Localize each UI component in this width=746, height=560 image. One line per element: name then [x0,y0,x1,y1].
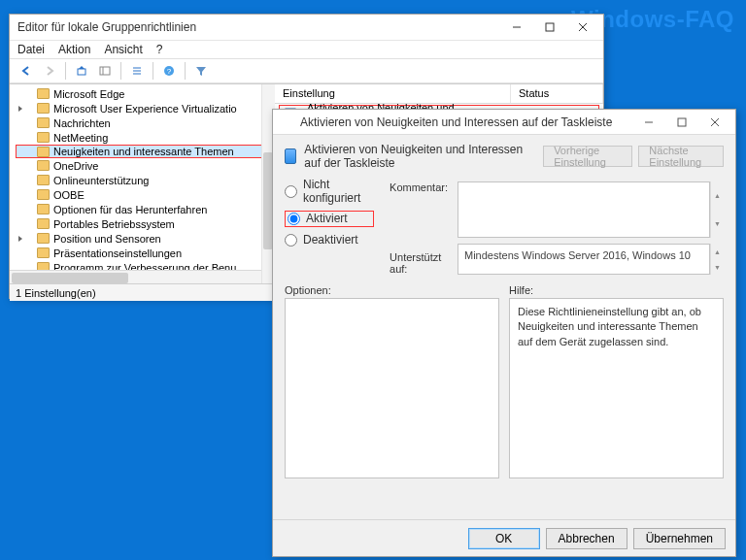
list-button[interactable] [126,61,148,81]
tree-item[interactable]: Präsentationseinstellungen [16,246,273,260]
tree-item[interactable]: Nachrichten [16,115,273,130]
supported-textbox: Mindestens Windows Server 2016, Windows … [458,244,710,275]
dialog-title: Aktivieren von Neuigkeiten und Interesse… [300,115,612,129]
radio-not-configured[interactable]: Nicht konfiguriert [285,178,374,205]
policy-dialog: Aktivieren von Neuigkeiten und Interesse… [272,109,736,557]
menu-help[interactable]: ? [156,43,163,56]
tree-item-label: Präsentationseinstellungen [53,247,182,259]
tree-item[interactable]: OneDrive [16,158,273,173]
radio-off-label: Deaktiviert [303,233,358,247]
toolbar-sep [65,62,66,80]
menu-view[interactable]: Ansicht [104,43,142,56]
filter-button[interactable] [190,61,212,81]
dialog-footer: OK Abbrechen Übernehmen [273,519,735,556]
next-setting-button[interactable]: Nächste Einstellung [638,146,724,167]
tree-item-label: Optionen für das Herunterfahren [53,204,207,215]
col-setting[interactable]: Einstellung [275,84,511,103]
maximize-button[interactable] [533,16,566,38]
prev-setting-button[interactable]: Vorherige Einstellung [543,146,632,167]
folder-icon [37,175,50,185]
state-radios: Nicht konfiguriert Aktiviert Deaktiviert [285,178,374,247]
col-status[interactable]: Status [511,84,603,103]
forward-button[interactable] [39,61,60,81]
folder-icon [37,117,50,128]
comment-textbox[interactable] [458,181,710,238]
menubar: Datei Aktion Ansicht ? [10,40,603,58]
minimize-button[interactable] [500,16,533,38]
heading-icon [285,148,296,164]
folder-icon [37,233,50,244]
supported-label: Unterstützt auf: [390,251,448,275]
folder-icon [37,160,50,171]
tree-item[interactable]: Programm zur Verbesserung der Benu [16,260,273,270]
close-button[interactable] [566,16,599,38]
dlg-maximize-button[interactable] [665,112,698,133]
tree-item-label: OneDrive [53,160,98,172]
folder-icon [37,189,50,200]
dialog-icon [281,115,294,129]
svg-rect-1 [546,23,554,31]
svg-rect-19 [678,118,686,126]
svg-rect-6 [100,67,110,75]
toolbar: ? [10,58,603,83]
dialog-heading: Aktivieren von Neuigkeiten und Interesse… [304,143,535,170]
tree-item[interactable]: NetMeeting [16,130,273,145]
folder-icon [37,247,50,258]
window-title: Editor für lokale Gruppenrichtlinien [17,20,196,34]
tree-item-label: OOBE [53,189,85,201]
tree-item-label: Onlineunterstützung [53,175,149,186]
toolbar-sep [153,62,153,80]
menu-file[interactable]: Datei [17,43,45,56]
dlg-close-button[interactable] [698,112,731,133]
svg-marker-13 [196,67,206,76]
tree-item[interactable]: Optionen für das Herunterfahren [16,202,273,216]
tree-item[interactable]: Portables Betriebssystem [16,216,273,231]
tree-h-scrollbar[interactable] [10,270,275,283]
apply-button[interactable]: Übernehmen [633,528,726,549]
toolbar-sep [185,62,186,80]
help-box[interactable]: Diese Richtlinieneinstellung gibt an, ob… [509,298,724,478]
list-header: Einstellung Status [275,84,603,104]
radio-not-label: Nicht konfiguriert [303,178,374,205]
show-hide-tree-button[interactable] [94,61,116,81]
tree-item[interactable]: OOBE [16,187,273,202]
dialog-titlebar[interactable]: Aktivieren von Neuigkeiten und Interesse… [273,110,735,135]
folder-icon [37,218,50,229]
ok-button[interactable]: OK [468,528,540,549]
dlg-minimize-button[interactable] [632,112,665,133]
comment-scrollbar[interactable]: ▲▼ [710,181,724,238]
tree-item[interactable]: Microsoft User Experience Virtualizatio [16,101,273,115]
tree-item-label: Portables Betriebssystem [53,218,175,230]
menu-action[interactable]: Aktion [58,43,90,56]
tree-item-label: Microsoft Edge [53,88,124,100]
gpedit-titlebar[interactable]: Editor für lokale Gruppenrichtlinien [10,15,603,40]
comment-label: Kommentar: [390,181,448,193]
options-box[interactable] [285,298,499,478]
help-button[interactable]: ? [158,61,180,81]
folder-icon [37,147,50,157]
svg-rect-4 [78,69,85,75]
toolbar-sep [120,62,121,80]
radio-disabled[interactable]: Deaktiviert [285,233,374,247]
radio-enabled[interactable]: Aktiviert [285,211,374,227]
tree-pane[interactable]: Microsoft EdgeMicrosoft User Experience … [10,84,274,270]
up-button[interactable] [71,61,92,81]
tree-item[interactable]: Microsoft Edge [16,86,273,101]
folder-icon [37,262,50,270]
cancel-button[interactable]: Abbrechen [546,528,627,549]
tree-item[interactable]: Position und Sensoren [16,231,273,246]
tree-item-label: Nachrichten [53,117,111,129]
tree-item[interactable]: Onlineunterstützung [16,173,273,187]
folder-icon [37,132,50,143]
folder-icon [37,103,50,114]
svg-marker-5 [79,66,85,69]
tree-item-label: Neuigkeiten und interessante Themen [53,146,234,157]
tree-item[interactable]: Neuigkeiten und interessante Themen [16,145,273,158]
radio-on-label: Aktiviert [306,212,348,225]
back-button[interactable] [16,61,37,81]
svg-text:?: ? [167,67,172,76]
help-label: Hilfe: [509,284,724,296]
options-label: Optionen: [285,284,499,296]
supported-scrollbar[interactable]: ▲▼ [710,244,724,275]
folder-icon [37,88,50,99]
